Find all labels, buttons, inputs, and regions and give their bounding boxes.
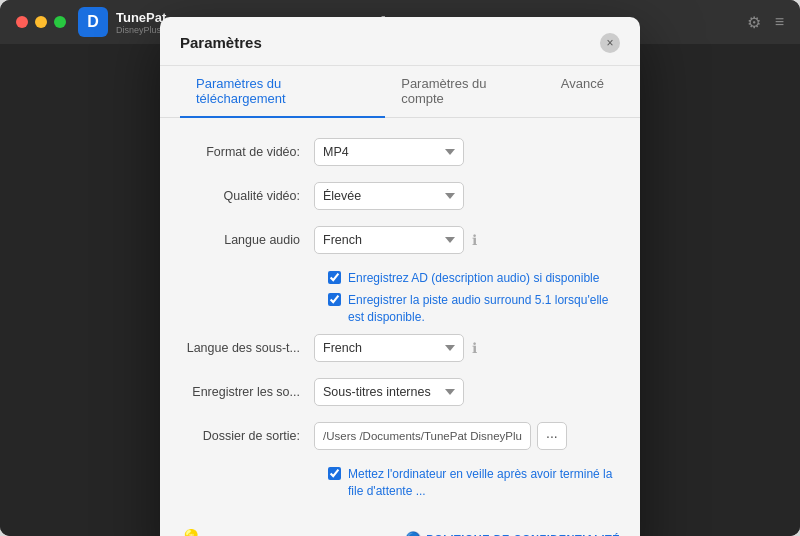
surround-checkbox[interactable]	[328, 293, 341, 306]
privacy-label: POLITIQUE DE CONFIDENTIALITÉ	[426, 533, 620, 537]
output-folder-row: Dossier de sortie: /Users /Documents/Tun…	[184, 422, 616, 450]
modal-header: Paramètres ×	[160, 17, 640, 66]
settings-icon[interactable]: ⚙	[747, 13, 761, 32]
modal-overlay: Paramètres × Paramètres du téléchargemen…	[0, 44, 800, 536]
modal-close-button[interactable]: ×	[600, 33, 620, 53]
video-quality-label: Qualité vidéo:	[184, 189, 314, 203]
app-logo-icon: D	[78, 7, 108, 37]
surround-label: Enregistrer la piste audio surround 5.1 …	[348, 292, 616, 326]
surround-checkbox-row: Enregistrer la piste audio surround 5.1 …	[184, 292, 616, 326]
save-subtitle-label: Enregistrer les so...	[184, 385, 314, 399]
subtitle-lang-label: Langue des sous-t...	[184, 341, 314, 355]
video-format-select[interactable]: MP4 MKV	[314, 138, 464, 166]
traffic-lights	[16, 16, 66, 28]
title-bar-actions: ⚙ ≡	[747, 13, 784, 32]
maximize-traffic-light[interactable]	[54, 16, 66, 28]
audio-desc-label: Enregistrez AD (description audio) si di…	[348, 270, 599, 287]
sleep-checkbox-row: Mettez l'ordinateur en veille après avoi…	[184, 466, 616, 500]
output-folder-label: Dossier de sortie:	[184, 429, 314, 443]
folder-path: /Users /Documents/TunePat DisneyPlu	[314, 422, 531, 450]
video-format-label: Format de vidéo:	[184, 145, 314, 159]
video-quality-control: Élevée Moyenne Faible	[314, 182, 616, 210]
privacy-link[interactable]: 🔵 POLITIQUE DE CONFIDENTIALITÉ	[405, 531, 620, 536]
folder-row: /Users /Documents/TunePat DisneyPlu ···	[314, 422, 567, 450]
audio-lang-info-icon[interactable]: ℹ	[472, 232, 477, 248]
modal-dialog: Paramètres × Paramètres du téléchargemen…	[160, 17, 640, 536]
tab-account-settings[interactable]: Paramètres du compte	[385, 66, 545, 118]
modal-title: Paramètres	[180, 34, 262, 51]
close-traffic-light[interactable]	[16, 16, 28, 28]
audio-lang-select[interactable]: French English Spanish	[314, 226, 464, 254]
output-folder-control: /Users /Documents/TunePat DisneyPlu ···	[314, 422, 616, 450]
video-format-control: MP4 MKV	[314, 138, 616, 166]
audio-desc-checkbox[interactable]	[328, 271, 341, 284]
sleep-label: Mettez l'ordinateur en veille après avoi…	[348, 466, 616, 500]
tab-download-settings[interactable]: Paramètres du téléchargement	[180, 66, 385, 118]
modal-tabs: Paramètres du téléchargement Paramètres …	[160, 66, 640, 118]
modal-footer: 💡 🔵 POLITIQUE DE CONFIDENTIALITÉ	[160, 520, 640, 537]
save-subtitle-row: Enregistrer les so... Sous-titres intern…	[184, 378, 616, 406]
subtitle-lang-row: Langue des sous-t... French English None…	[184, 334, 616, 362]
main-content: Paramètres × Paramètres du téléchargemen…	[0, 44, 800, 536]
audio-lang-control: French English Spanish ℹ	[314, 226, 616, 254]
video-quality-select[interactable]: Élevée Moyenne Faible	[314, 182, 464, 210]
privacy-icon: 🔵	[405, 531, 422, 536]
subtitle-lang-select[interactable]: French English None	[314, 334, 464, 362]
modal-body: Format de vidéo: MP4 MKV Qualité vidéo:	[160, 118, 640, 520]
bulb-icon: 💡	[180, 528, 202, 537]
app-window: D TunePat DisneyPlus Video Downloader ⬇ …	[0, 0, 800, 536]
minimize-traffic-light[interactable]	[35, 16, 47, 28]
subtitle-lang-info-icon[interactable]: ℹ	[472, 340, 477, 356]
video-quality-row: Qualité vidéo: Élevée Moyenne Faible	[184, 182, 616, 210]
audio-lang-row: Langue audio French English Spanish ℹ	[184, 226, 616, 254]
save-subtitle-select[interactable]: Sous-titres internes Sous-titres externe…	[314, 378, 464, 406]
video-format-row: Format de vidéo: MP4 MKV	[184, 138, 616, 166]
tab-advanced[interactable]: Avancé	[545, 66, 620, 118]
audio-lang-label: Langue audio	[184, 233, 314, 247]
folder-browse-button[interactable]: ···	[537, 422, 567, 450]
audio-desc-checkbox-row: Enregistrez AD (description audio) si di…	[184, 270, 616, 287]
save-subtitle-control: Sous-titres internes Sous-titres externe…	[314, 378, 616, 406]
sleep-checkbox[interactable]	[328, 467, 341, 480]
subtitle-lang-control: French English None ℹ	[314, 334, 616, 362]
menu-icon[interactable]: ≡	[775, 13, 784, 31]
